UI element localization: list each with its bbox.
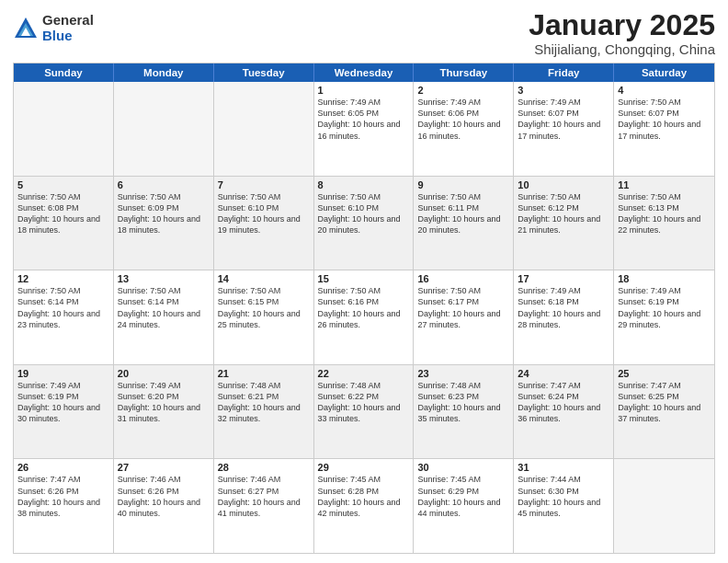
day-number: 29 <box>318 462 410 473</box>
day-info: Sunrise: 7:50 AM Sunset: 6:10 PM Dayligh… <box>318 191 410 236</box>
empty-cell-0-1 <box>114 82 214 176</box>
day-number: 22 <box>318 368 410 379</box>
day-cell-1: 1Sunrise: 7:49 AM Sunset: 6:05 PM Daylig… <box>314 82 415 176</box>
empty-cell-0-2 <box>214 82 314 176</box>
day-info: Sunrise: 7:49 AM Sunset: 6:20 PM Dayligh… <box>118 380 210 425</box>
day-info: Sunrise: 7:47 AM Sunset: 6:25 PM Dayligh… <box>618 380 711 425</box>
day-info: Sunrise: 7:50 AM Sunset: 6:11 PM Dayligh… <box>417 191 509 236</box>
day-cell-26: 26Sunrise: 7:47 AM Sunset: 6:26 PM Dayli… <box>14 459 114 553</box>
calendar-title: January 2025 <box>529 9 715 41</box>
day-cell-4: 4Sunrise: 7:50 AM Sunset: 6:07 PM Daylig… <box>614 82 714 176</box>
day-cell-16: 16Sunrise: 7:50 AM Sunset: 6:17 PM Dayli… <box>414 270 514 364</box>
week-row-4: 19Sunrise: 7:49 AM Sunset: 6:19 PM Dayli… <box>14 365 714 460</box>
header-day-tuesday: Tuesday <box>214 63 314 82</box>
week-row-3: 12Sunrise: 7:50 AM Sunset: 6:14 PM Dayli… <box>14 270 714 365</box>
day-cell-18: 18Sunrise: 7:49 AM Sunset: 6:19 PM Dayli… <box>614 270 714 364</box>
header-day-thursday: Thursday <box>414 63 514 82</box>
calendar-body: 1Sunrise: 7:49 AM Sunset: 6:05 PM Daylig… <box>14 82 714 553</box>
empty-cell-4-6 <box>614 459 714 553</box>
day-info: Sunrise: 7:49 AM Sunset: 6:05 PM Dayligh… <box>318 97 410 142</box>
day-number: 31 <box>518 462 609 473</box>
day-number: 25 <box>618 368 711 379</box>
day-cell-29: 29Sunrise: 7:45 AM Sunset: 6:28 PM Dayli… <box>314 459 415 553</box>
page: General Blue January 2025 Shijialiang, C… <box>0 0 728 563</box>
day-info: Sunrise: 7:50 AM Sunset: 6:15 PM Dayligh… <box>218 285 310 330</box>
day-cell-6: 6Sunrise: 7:50 AM Sunset: 6:09 PM Daylig… <box>114 177 214 270</box>
header-day-saturday: Saturday <box>614 63 714 82</box>
day-cell-19: 19Sunrise: 7:49 AM Sunset: 6:19 PM Dayli… <box>14 365 114 459</box>
day-number: 23 <box>417 368 509 379</box>
calendar-subtitle: Shijialiang, Chongqing, China <box>529 41 715 57</box>
day-cell-2: 2Sunrise: 7:49 AM Sunset: 6:06 PM Daylig… <box>414 82 514 176</box>
logo-icon <box>13 16 39 41</box>
day-info: Sunrise: 7:47 AM Sunset: 6:24 PM Dayligh… <box>518 380 609 425</box>
day-cell-9: 9Sunrise: 7:50 AM Sunset: 6:11 PM Daylig… <box>414 177 514 270</box>
day-cell-27: 27Sunrise: 7:46 AM Sunset: 6:26 PM Dayli… <box>114 459 214 553</box>
day-info: Sunrise: 7:50 AM Sunset: 6:12 PM Dayligh… <box>518 191 609 236</box>
title-block: January 2025 Shijialiang, Chongqing, Chi… <box>529 9 715 57</box>
day-info: Sunrise: 7:47 AM Sunset: 6:26 PM Dayligh… <box>17 474 109 519</box>
day-info: Sunrise: 7:45 AM Sunset: 6:28 PM Dayligh… <box>318 474 410 519</box>
day-number: 18 <box>618 273 711 284</box>
day-cell-30: 30Sunrise: 7:45 AM Sunset: 6:29 PM Dayli… <box>414 459 514 553</box>
day-cell-25: 25Sunrise: 7:47 AM Sunset: 6:25 PM Dayli… <box>614 365 714 459</box>
header-day-sunday: Sunday <box>14 63 114 82</box>
day-info: Sunrise: 7:49 AM Sunset: 6:07 PM Dayligh… <box>518 97 609 142</box>
day-number: 19 <box>17 368 109 379</box>
day-number: 15 <box>318 273 410 284</box>
day-info: Sunrise: 7:49 AM Sunset: 6:19 PM Dayligh… <box>618 285 711 330</box>
day-info: Sunrise: 7:50 AM Sunset: 6:14 PM Dayligh… <box>17 285 109 330</box>
day-number: 6 <box>118 179 210 190</box>
day-info: Sunrise: 7:50 AM Sunset: 6:07 PM Dayligh… <box>618 97 711 142</box>
day-number: 14 <box>218 273 310 284</box>
day-info: Sunrise: 7:50 AM Sunset: 6:13 PM Dayligh… <box>618 191 711 236</box>
day-info: Sunrise: 7:48 AM Sunset: 6:22 PM Dayligh… <box>318 380 410 425</box>
day-number: 1 <box>318 85 410 96</box>
day-cell-20: 20Sunrise: 7:49 AM Sunset: 6:20 PM Dayli… <box>114 365 214 459</box>
calendar-header-row: SundayMondayTuesdayWednesdayThursdayFrid… <box>14 63 714 82</box>
day-number: 20 <box>118 368 210 379</box>
day-number: 16 <box>417 273 509 284</box>
day-info: Sunrise: 7:50 AM Sunset: 6:17 PM Dayligh… <box>417 285 509 330</box>
logo-text: General Blue <box>42 13 94 43</box>
logo-blue-text: Blue <box>42 29 94 44</box>
header-day-friday: Friday <box>514 63 614 82</box>
day-info: Sunrise: 7:49 AM Sunset: 6:18 PM Dayligh… <box>518 285 609 330</box>
day-number: 2 <box>417 85 509 96</box>
day-number: 10 <box>518 179 609 190</box>
day-info: Sunrise: 7:50 AM Sunset: 6:08 PM Dayligh… <box>17 191 109 236</box>
day-info: Sunrise: 7:50 AM Sunset: 6:09 PM Dayligh… <box>118 191 210 236</box>
calendar: SundayMondayTuesdayWednesdayThursdayFrid… <box>13 63 715 554</box>
day-cell-3: 3Sunrise: 7:49 AM Sunset: 6:07 PM Daylig… <box>514 82 614 176</box>
week-row-2: 5Sunrise: 7:50 AM Sunset: 6:08 PM Daylig… <box>14 177 714 271</box>
header-day-wednesday: Wednesday <box>314 63 415 82</box>
day-info: Sunrise: 7:45 AM Sunset: 6:29 PM Dayligh… <box>417 474 509 519</box>
day-number: 12 <box>17 273 109 284</box>
day-info: Sunrise: 7:44 AM Sunset: 6:30 PM Dayligh… <box>518 474 609 519</box>
week-row-1: 1Sunrise: 7:49 AM Sunset: 6:05 PM Daylig… <box>14 82 714 177</box>
day-cell-10: 10Sunrise: 7:50 AM Sunset: 6:12 PM Dayli… <box>514 177 614 270</box>
day-info: Sunrise: 7:48 AM Sunset: 6:23 PM Dayligh… <box>417 380 509 425</box>
day-cell-14: 14Sunrise: 7:50 AM Sunset: 6:15 PM Dayli… <box>214 270 314 364</box>
day-number: 21 <box>218 368 310 379</box>
day-cell-22: 22Sunrise: 7:48 AM Sunset: 6:22 PM Dayli… <box>314 365 415 459</box>
day-number: 17 <box>518 273 609 284</box>
day-number: 5 <box>17 179 109 190</box>
day-cell-15: 15Sunrise: 7:50 AM Sunset: 6:16 PM Dayli… <box>314 270 415 364</box>
empty-cell-0-0 <box>14 82 114 176</box>
day-number: 4 <box>618 85 711 96</box>
day-info: Sunrise: 7:48 AM Sunset: 6:21 PM Dayligh… <box>218 380 310 425</box>
day-number: 26 <box>17 462 109 473</box>
day-info: Sunrise: 7:50 AM Sunset: 6:10 PM Dayligh… <box>218 191 310 236</box>
day-cell-17: 17Sunrise: 7:49 AM Sunset: 6:18 PM Dayli… <box>514 270 614 364</box>
day-info: Sunrise: 7:50 AM Sunset: 6:14 PM Dayligh… <box>118 285 210 330</box>
day-number: 24 <box>518 368 609 379</box>
day-cell-23: 23Sunrise: 7:48 AM Sunset: 6:23 PM Dayli… <box>414 365 514 459</box>
day-cell-7: 7Sunrise: 7:50 AM Sunset: 6:10 PM Daylig… <box>214 177 314 270</box>
day-number: 27 <box>118 462 210 473</box>
day-info: Sunrise: 7:50 AM Sunset: 6:16 PM Dayligh… <box>318 285 410 330</box>
day-info: Sunrise: 7:49 AM Sunset: 6:06 PM Dayligh… <box>417 97 509 142</box>
day-number: 13 <box>118 273 210 284</box>
day-cell-5: 5Sunrise: 7:50 AM Sunset: 6:08 PM Daylig… <box>14 177 114 270</box>
logo-general-text: General <box>42 13 94 29</box>
